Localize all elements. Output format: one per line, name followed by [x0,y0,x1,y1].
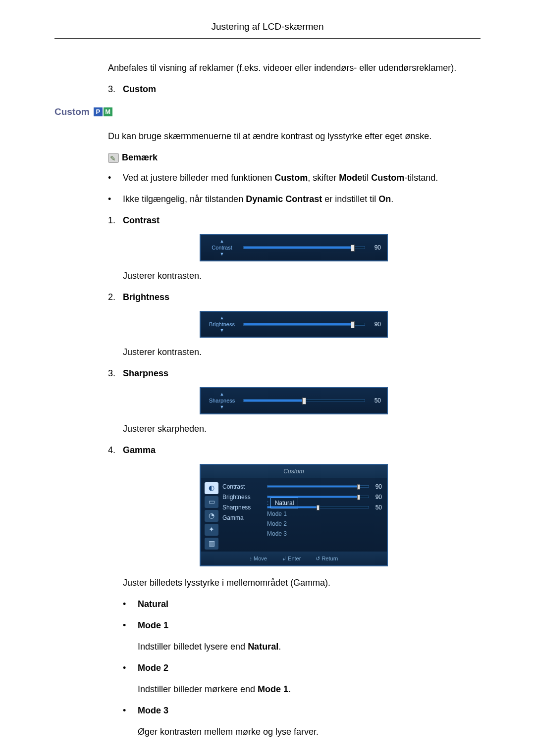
menu-row-sharpness-label: Sharpness [222,503,267,512]
intro-item-number: 3. [108,83,123,96]
up-arrow-icon: ▲ [220,316,224,320]
gamma-option[interactable]: Mode 3 [267,529,382,538]
item-brightness-title: Brightness [123,291,481,304]
osd-contrast-label: Contrast [212,244,232,252]
gamma-option[interactable]: Mode 1 [267,509,382,518]
down-arrow-icon: ▼ [220,328,224,333]
bullet-icon: • [123,704,138,717]
item-sharpness-desc: Justerer skarpheden. [123,422,481,436]
menu-row-contrast-label: Contrast [222,482,267,491]
menu-icon-settings[interactable]: ✦ [205,524,218,536]
page-title: Justering af LCD-skærmen [54,20,481,39]
osd-gamma-menu-title: Custom [201,465,387,478]
gamma-natural-title: Natural [138,598,481,611]
menu-row-gamma-label: Gamma [222,513,267,522]
osd-sharpness-value: 50 [365,396,381,405]
item-gamma-desc: Juster billedets lysstyrke i mellemområd… [123,576,481,590]
bullet-icon: • [123,598,138,611]
osd-contrast-slider[interactable] [243,246,365,249]
osd-brightness-label: Brightness [209,320,235,329]
up-arrow-icon: ▲ [220,392,224,397]
osd-sharpness-label: Sharpness [209,397,235,405]
osd-contrast-value: 90 [365,243,381,252]
item-contrast-title: Contrast [123,214,481,227]
menu-row-brightness-label: Brightness [222,493,267,502]
item-number: 4. [108,444,123,457]
note-2: Ikke tilgængelig, når tilstanden Dynamic… [123,193,481,206]
osd-gamma-menu: Custom ◐ ▭ ◔ ✦ ▥ Contrast 90 Brigh [200,464,388,567]
bullet-icon: • [108,171,123,185]
bullet-icon: • [123,619,138,632]
gamma-mode1-desc: Indstiller billedet lysere end Natural. [138,640,481,654]
menu-footer-move: ↕ Move [250,554,267,563]
menu-footer-enter: ↲ Enter [282,554,301,563]
gamma-mode3-desc: Øger kontrasten mellem mørke og lyse far… [138,725,481,739]
menu-icon-screen[interactable]: ▭ [205,496,218,508]
item-number: 1. [108,214,123,227]
badge-m-icon: M [104,107,112,116]
pm-badge: P M [94,107,112,116]
gamma-mode2-desc: Indstiller billeder mørkere end Mode 1. [138,683,481,696]
item-gamma-title: Gamma [123,444,481,457]
menu-icon-picture[interactable]: ◐ [205,482,218,494]
section-heading: Custom [54,105,90,119]
item-number: 2. [108,291,123,304]
menu-row-contrast-value: 90 [369,482,382,491]
osd-sharpness-slider[interactable] [243,399,365,402]
down-arrow-icon: ▼ [220,405,224,409]
item-brightness-desc: Justerer kontrasten. [123,346,481,359]
note-icon [108,153,119,163]
menu-icon-info[interactable]: ▥ [205,538,218,550]
osd-brightness-value: 90 [365,320,381,329]
item-number: 3. [108,367,123,380]
note-label: Bemærk [122,151,158,164]
gamma-selected[interactable]: Natural [270,498,299,508]
note-1: Ved at justere billeder med funktionen C… [123,171,481,185]
menu-icon-timer[interactable]: ◔ [205,510,218,522]
intro-item-label: Custom [123,83,481,96]
osd-brightness-panel: ▲ Brightness ▼ 90 [200,311,388,338]
badge-p-icon: P [94,107,103,116]
item-sharpness-title: Sharpness [123,367,481,380]
item-contrast-desc: Justerer kontrasten. [123,269,481,283]
osd-sharpness-panel: ▲ Sharpness ▼ 50 [200,387,388,414]
gamma-mode3-title: Mode 3 [138,704,481,717]
bullet-icon: • [123,661,138,675]
osd-brightness-slider[interactable] [243,323,365,326]
custom-description: Du kan bruge skærmmenuerne til at ændre … [108,130,481,143]
gamma-mode2-title: Mode 2 [138,661,481,675]
up-arrow-icon: ▲ [220,239,224,244]
osd-contrast-panel: ▲ Contrast ▼ 90 [200,234,388,261]
gamma-mode1-title: Mode 1 [138,619,481,632]
gamma-option[interactable]: Mode 2 [267,519,382,528]
bullet-icon: • [108,193,123,206]
menu-footer-return: ↺ Return [316,554,338,563]
menu-row-contrast-slider[interactable] [267,485,369,488]
intro-paragraph: Anbefales til visning af reklamer (f.eks… [108,61,481,75]
down-arrow-icon: ▼ [220,252,224,256]
